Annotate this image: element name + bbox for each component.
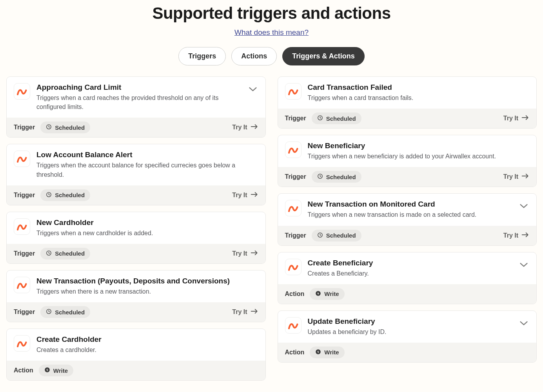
card-footer: ActionWrite [7, 361, 265, 380]
bolt-icon [315, 290, 321, 298]
card-description: Triggers when a card transaction fails. [308, 93, 530, 102]
badge-label: Write [324, 349, 339, 356]
card-header[interactable]: Create CardholderCreates a cardholder. [7, 329, 265, 361]
card-description: Creates a Beneficiary. [308, 269, 512, 278]
clock-icon [46, 250, 52, 257]
badge-label: Scheduled [55, 192, 85, 198]
app-logo [14, 335, 30, 352]
card-header[interactable]: Update BeneficiaryUpdates a beneficiary … [278, 311, 537, 343]
card-title: New Transaction on Monitored Card [308, 200, 512, 209]
chevron-down-icon[interactable] [247, 85, 258, 93]
card-header[interactable]: New BeneficiaryTriggers when a new benef… [278, 135, 537, 167]
card-title: Create Beneficiary [308, 259, 512, 267]
type-trigger-label: Trigger [14, 250, 35, 257]
badge-label: Scheduled [326, 232, 356, 239]
card-header[interactable]: Low Account Balance AlertTriggers when t… [7, 144, 265, 185]
write-badge: Write [39, 365, 73, 376]
type-trigger-label: Trigger [285, 232, 306, 239]
try-it-button[interactable]: Try It [503, 173, 529, 180]
app-logo [14, 277, 30, 293]
card-footer: ActionWrite [278, 343, 537, 362]
integration-card: Create BeneficiaryCreates a Beneficiary.… [278, 252, 537, 304]
chevron-down-icon[interactable] [518, 202, 529, 210]
try-it-label: Try It [232, 124, 247, 131]
tab-actions[interactable]: Actions [231, 47, 277, 65]
tab-triggers-actions[interactable]: Triggers & Actions [282, 47, 364, 65]
card-footer: TriggerScheduledTry It [7, 302, 265, 322]
type-action-label: Action [285, 349, 305, 356]
app-logo [285, 142, 301, 158]
type-trigger-label: Trigger [14, 124, 35, 131]
integration-card: Card Transaction FailedTriggers when a c… [278, 76, 537, 129]
airwallex-icon [288, 145, 298, 154]
what-does-this-mean-link[interactable]: What does this mean? [234, 28, 309, 37]
app-logo [285, 259, 301, 275]
card-description: Updates a beneficiary by ID. [308, 327, 512, 336]
arrow-right-icon [251, 192, 258, 199]
airwallex-icon [288, 263, 298, 271]
card-header[interactable]: Approaching Card LimitTriggers when a ca… [7, 77, 265, 118]
app-logo [285, 200, 301, 216]
try-it-button[interactable]: Try It [503, 115, 529, 122]
page-title: Supported triggers and actions [6, 4, 537, 23]
card-footer: TriggerScheduledTry It [7, 244, 265, 263]
integration-card: New BeneficiaryTriggers when a new benef… [278, 135, 537, 187]
app-logo [285, 83, 301, 100]
card-description: Triggers when a new beneficiary is added… [308, 152, 530, 161]
bolt-icon [44, 367, 50, 374]
app-logo [14, 83, 30, 100]
arrow-right-icon [251, 124, 258, 131]
card-footer: TriggerScheduledTry It [7, 118, 265, 137]
cards-column-right: Card Transaction FailedTriggers when a c… [278, 76, 537, 381]
card-footer: TriggerScheduledTry It [278, 167, 537, 187]
write-badge: Write [310, 347, 344, 358]
write-badge: Write [310, 288, 344, 300]
card-footer: TriggerScheduledTry It [7, 185, 265, 205]
airwallex-icon [288, 87, 298, 96]
card-header[interactable]: New Transaction (Payouts, Deposits and C… [7, 270, 265, 302]
cards-column-left: Approaching Card LimitTriggers when a ca… [6, 76, 266, 381]
arrow-right-icon [521, 232, 529, 239]
clock-icon [317, 232, 323, 239]
filter-tabs: Triggers Actions Triggers & Actions [6, 47, 537, 65]
try-it-button[interactable]: Try It [232, 309, 258, 316]
clock-icon [46, 309, 52, 316]
app-logo [285, 317, 301, 334]
badge-label: Scheduled [326, 115, 356, 122]
try-it-label: Try It [232, 250, 247, 257]
chevron-down-icon[interactable] [518, 319, 529, 327]
scheduled-badge: Scheduled [312, 230, 361, 241]
arrow-right-icon [521, 115, 529, 122]
type-action-label: Action [14, 367, 33, 374]
integration-card: New Transaction on Monitored CardTrigger… [278, 193, 537, 245]
type-trigger-label: Trigger [14, 309, 35, 316]
badge-label: Scheduled [55, 250, 85, 257]
try-it-label: Try It [503, 232, 518, 239]
airwallex-icon [17, 87, 27, 96]
airwallex-icon [17, 154, 27, 163]
badge-label: Scheduled [55, 309, 85, 316]
try-it-button[interactable]: Try It [503, 232, 529, 239]
card-description: Triggers when the account balance for sp… [36, 161, 258, 179]
try-it-label: Try It [503, 173, 518, 180]
integration-card: Create CardholderCreates a cardholder.Ac… [6, 328, 266, 381]
card-header[interactable]: Card Transaction FailedTriggers when a c… [278, 77, 537, 109]
try-it-button[interactable]: Try It [232, 192, 258, 199]
try-it-button[interactable]: Try It [232, 250, 258, 257]
integration-card: Approaching Card LimitTriggers when a ca… [6, 76, 266, 138]
arrow-right-icon [521, 173, 529, 180]
card-title: Create Cardholder [36, 335, 258, 344]
card-header[interactable]: Create BeneficiaryCreates a Beneficiary. [278, 252, 537, 284]
card-header[interactable]: New CardholderTriggers when a new cardho… [7, 212, 265, 244]
integration-card: Low Account Balance AlertTriggers when t… [6, 144, 266, 205]
clock-icon [46, 124, 52, 131]
type-trigger-label: Trigger [14, 192, 35, 199]
tab-triggers[interactable]: Triggers [178, 47, 226, 65]
integration-card: Update BeneficiaryUpdates a beneficiary … [278, 310, 537, 363]
airwallex-icon [17, 339, 27, 348]
chevron-down-icon[interactable] [518, 261, 529, 269]
airwallex-icon [288, 204, 298, 212]
badge-label: Scheduled [326, 174, 356, 180]
try-it-button[interactable]: Try It [232, 124, 258, 131]
card-header[interactable]: New Transaction on Monitored CardTrigger… [278, 194, 537, 225]
